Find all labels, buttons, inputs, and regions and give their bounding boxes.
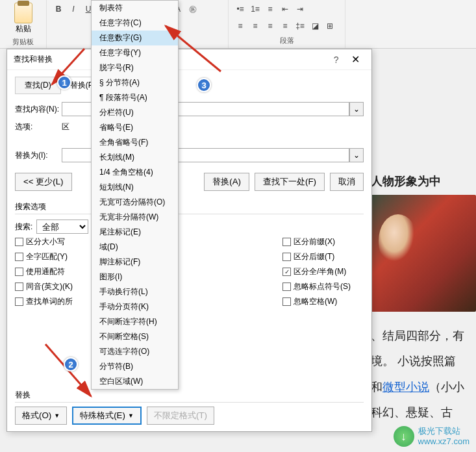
checkbox-区分前缀(X)[interactable]: 区分前缀(X) [282,236,351,247]
paste-icon [14,3,32,23]
dialog-title-text: 查找和替换 [14,54,53,65]
paste-label: 粘贴 [16,23,31,34]
menu-item-19[interactable]: 手动换行符(L) [92,284,178,299]
menu-item-16[interactable]: 域(D) [92,240,178,255]
find-next-button[interactable]: 查找下一处(F) [255,173,325,191]
doc-line-2: 环境。 小说按照篇 [359,349,476,375]
special-format-button[interactable]: 特殊格式(E)▼ [72,407,142,425]
options-value: 区 [62,121,69,132]
dialog-help-button[interactable]: ? [329,55,344,65]
document-area: 画人物形象为中 期、结局四部分，有 环境。 小说按照篇 说和微型小说（小小 、科… [359,169,476,426]
less-button[interactable]: << 更少(L) [15,173,72,191]
doc-heading-fragment: 画人物形象为中 [359,169,476,195]
menu-item-8[interactable]: 省略号(E) [92,120,178,135]
paste-button[interactable]: 粘贴 [5,1,41,36]
search-scope-select[interactable]: 全部 [36,220,88,234]
checkbox-忽略空格(W)[interactable]: 忽略空格(W) [282,296,351,307]
menu-item-7[interactable]: 分栏符(U) [92,105,178,120]
bold-button[interactable]: B [52,3,65,16]
checkbox-区分后缀(T)[interactable]: 区分后缀(T) [282,251,351,262]
doc-line-4: 、科幻、悬疑、古 [359,400,476,426]
decrease-indent-button[interactable]: ⇤ [279,3,292,16]
menu-item-25[interactable]: 空白区域(W) [92,374,178,389]
format-button[interactable]: 格式(O)▼ [15,407,67,425]
doc-link-2[interactable]: 微型小说 [382,381,429,394]
find-replace-dialog: 查找和替换 ? ✕ 查找(D) 替换(P) 查找内容(N): ⌄ 选项: 区 替… [6,49,372,432]
replace-with-label: 替换为(I): [15,150,62,161]
checks-right-column: 区分前缀(X)区分后缀(T)区分全/半角(M)忽略标点符号(S)忽略空格(W) [282,236,351,307]
replace-section-label: 替换 [15,390,364,403]
menu-item-3[interactable]: 任意字母(Y) [92,45,178,60]
paragraph-group: •≡ 1≡ ≡ ⇤ ⇥ ≡ ≡ ≡ ≡ ‡≡ ◪ ⊞ 段落 [229,0,345,48]
menu-item-24[interactable]: 分节符(B) [92,359,178,374]
bullets-button[interactable]: •≡ [234,3,247,16]
enclose-button[interactable]: ㊩ [186,3,199,16]
menu-item-22[interactable]: 不间断空格(S) [92,329,178,344]
menu-item-10[interactable]: 长划线(M) [92,150,178,165]
find-dropdown-button[interactable]: ⌄ [349,102,364,116]
dialog-tabs: 查找(D) 替换(P) [15,77,364,94]
cancel-button[interactable]: 取消 [330,173,364,191]
checkbox-全字匹配(Y)[interactable]: 全字匹配(Y) [15,251,73,262]
watermark-url: www.xz7.com [418,436,470,447]
menu-item-13[interactable]: 无宽可选分隔符(O) [92,195,178,210]
increase-indent-button[interactable]: ⇥ [294,3,307,16]
menu-item-2[interactable]: 任意数字(G) [92,31,178,45]
paragraph-group-label: 段落 [234,34,340,47]
chevron-down-icon: ▼ [54,412,60,419]
menu-item-5[interactable]: § 分节符(A) [92,75,178,90]
menu-item-17[interactable]: 脚注标记(F) [92,255,178,270]
menu-item-23[interactable]: 可选连字符(O) [92,344,178,359]
checkbox-同音(英文)(K)[interactable]: 同音(英文)(K) [15,281,73,292]
replace-format-section: 替换 格式(O)▼ 特殊格式(E)▼ 不限定格式(T) [15,390,364,425]
document-image [359,195,476,312]
menu-item-11[interactable]: 1/4 全角空格(4) [92,165,178,180]
menu-item-4[interactable]: 脱字号(R) [92,60,178,75]
menu-item-0[interactable]: 制表符 [92,1,178,16]
checkbox-区分大小写[interactable]: 区分大小写 [15,236,73,247]
dialog-titlebar: 查找和替换 ? ✕ [7,49,371,70]
close-icon[interactable]: ✕ [346,54,365,65]
menu-item-9[interactable]: 全角省略号(F) [92,135,178,150]
options-label: 选项: [15,121,62,132]
numbering-button[interactable]: 1≡ [249,3,262,16]
special-format-menu: 制表符任意字符(C)任意数字(G)任意字母(Y)脱字号(R)§ 分节符(A)¶ … [91,0,179,390]
checkbox-区分全/半角(M)[interactable]: 区分全/半角(M) [282,266,351,277]
italic-button[interactable]: I [67,3,80,16]
menu-item-21[interactable]: 不间断连字符(H) [92,314,178,329]
menu-item-12[interactable]: 短划线(N) [92,180,178,195]
menu-item-15[interactable]: 尾注标记(E) [92,225,178,240]
menu-item-18[interactable]: 图形(I) [92,270,178,284]
checkbox-使用通配符[interactable]: 使用通配符 [15,266,73,277]
replace-dropdown-button[interactable]: ⌄ [349,148,364,162]
tab-find[interactable]: 查找(D) [15,77,61,94]
align-center-button[interactable]: ≡ [249,19,262,32]
align-right-button[interactable]: ≡ [264,19,277,32]
checks-left-column: 区分大小写全字匹配(Y)使用通配符同音(英文)(K)查找单词的所 [15,236,73,307]
shading-button[interactable]: ◪ [308,19,321,32]
line-spacing-button[interactable]: ‡≡ [294,19,307,32]
checkbox-忽略标点符号(S)[interactable]: 忽略标点符号(S) [282,281,351,292]
search-options-title: 搜索选项 [15,201,364,214]
justify-button[interactable]: ≡ [279,19,292,32]
menu-item-20[interactable]: 手动分页符(K) [92,299,178,314]
ribbon: 粘贴 剪贴板 B I U abc x₂ x² A A A ㊩ •≡ 1≡ ≡ ⇤… [0,0,476,49]
find-content-label: 查找内容(N): [15,104,62,115]
align-left-button[interactable]: ≡ [234,19,247,32]
checkbox-查找单词的所[interactable]: 查找单词的所 [15,296,73,307]
clipboard-group-label: 剪贴板 [5,36,41,48]
chevron-down-icon: ▼ [128,412,134,419]
watermark-icon: ↓ [394,426,414,447]
borders-button[interactable]: ⊞ [323,19,336,32]
no-format-button[interactable]: 不限定格式(T) [147,407,214,425]
search-scope-label: 搜索: [15,221,32,232]
menu-item-14[interactable]: 无宽非分隔符(W) [92,210,178,225]
multilevel-button[interactable]: ≡ [264,3,277,16]
watermark: ↓ 极光下载站 www.xz7.com [394,426,470,447]
menu-item-1[interactable]: 任意字符(C) [92,16,178,31]
search-options-section: 搜索选项 搜索: 全部 区分大小写全字匹配(Y)使用通配符同音(英文)(K)查找… [15,201,364,307]
replace-all-button[interactable]: 替换(A) [204,173,249,191]
menu-item-6[interactable]: ¶ 段落符号(A) [92,90,178,105]
doc-line-3: 说和微型小说（小小 [359,375,476,401]
clipboard-group: 粘贴 剪贴板 [0,0,47,48]
